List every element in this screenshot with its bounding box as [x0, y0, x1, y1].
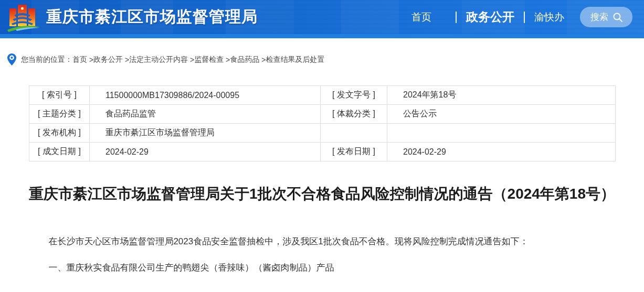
nav-divider	[456, 12, 457, 23]
breadcrumb-separator: >	[123, 56, 129, 64]
meta-label-publish-date: [ 发布日期 ]	[321, 143, 387, 161]
meta-label-genre-category: [ 体裁分类 ]	[321, 105, 387, 124]
meta-value-subject-category: 食品药品监管	[90, 105, 321, 124]
nav-divider	[524, 12, 525, 23]
site-title: 重庆市綦江区市场监督管理局	[46, 6, 258, 28]
breadcrumb-prefix: 您当前的位置：	[21, 55, 72, 64]
nav-gov-disclosure[interactable]: 政务公开	[466, 9, 514, 25]
breadcrumb-separator: >	[87, 56, 93, 64]
meta-label-empty	[321, 124, 387, 143]
article-body: 在长沙市天心区市场监督管理局2023食品安全监督抽检中，涉及我区1批次食品不合格…	[29, 235, 615, 275]
meta-label-issuing-agency: [ 发布机构 ]	[29, 124, 90, 143]
nav-yukuaiban[interactable]: 渝快办	[534, 10, 564, 24]
breadcrumb-separator: >	[224, 56, 230, 64]
breadcrumb-separator: >	[259, 56, 266, 64]
paragraph-intro: 在长沙市天心区市场监督管理局2023食品安全监督抽检中，涉及我区1批次食品不合格…	[29, 235, 615, 248]
document-title: 重庆市綦江区市场监督管理局关于1批次不合格食品风险控制情况的通告（2024年第1…	[28, 183, 616, 204]
paragraph-item-1: 一、重庆秋实食品有限公司生产的鸭翅尖（香辣味）（酱卤肉制品）产品	[29, 261, 615, 275]
meta-row-issuing-agency: [ 发布机构 ] 重庆市綦江区市场监督管理局	[29, 124, 616, 143]
document-meta-table: [ 索引号 ] 11500000MB17309886/2024-00095 [ …	[29, 85, 616, 161]
breadcrumb-item-supervision-check[interactable]: 监督检查	[194, 55, 224, 64]
emblem-icon	[7, 4, 41, 33]
header-accent-strip	[0, 34, 644, 38]
nav-home[interactable]: 首页	[411, 10, 431, 24]
meta-value-issuing-agency: 重庆市綦江区市场监督管理局	[90, 124, 321, 143]
meta-value-written-date: 2024-02-29	[90, 143, 321, 161]
meta-label-doc-number: [ 发文字号 ]	[321, 86, 387, 105]
main-nav: 首页 政务公开 渝快办 搜索	[411, 0, 632, 34]
meta-row-subject-category: [ 主题分类 ] 食品药品监管 [ 体裁分类 ] 公告公示	[29, 105, 616, 124]
search-button[interactable]: 搜索	[580, 7, 632, 27]
breadcrumb-item-statutory-disclosure[interactable]: 法定主动公开内容	[129, 55, 188, 64]
breadcrumb: 您当前的位置： 首页 > 政务公开 > 法定主动公开内容 > 监督检查 > 食品…	[0, 53, 644, 66]
meta-row-index-number: [ 索引号 ] 11500000MB17309886/2024-00095 [ …	[29, 86, 616, 105]
meta-value-index-number: 11500000MB17309886/2024-00095	[90, 86, 321, 105]
breadcrumb-item-gov-disclosure[interactable]: 政务公开	[93, 55, 123, 64]
site-header: 重庆市綦江区市场监督管理局 首页 政务公开 渝快办 搜索	[0, 0, 644, 34]
site-logo[interactable]	[7, 4, 41, 33]
meta-value-publish-date: 2024-02-29	[387, 143, 616, 161]
meta-value-doc-number: 2024年第18号	[387, 86, 616, 105]
breadcrumb-item-food-drug[interactable]: 食品药品	[230, 55, 259, 64]
meta-value-genre-category: 公告公示	[387, 105, 616, 124]
breadcrumb-item-home[interactable]: 首页	[72, 55, 87, 64]
meta-label-written-date: [ 成文日期 ]	[29, 143, 90, 161]
meta-row-dates: [ 成文日期 ] 2024-02-29 [ 发布日期 ] 2024-02-29	[29, 143, 616, 161]
meta-label-subject-category: [ 主题分类 ]	[29, 105, 90, 124]
search-icon	[613, 12, 623, 23]
breadcrumb-separator: >	[188, 56, 194, 64]
page: 重庆市綦江区市场监督管理局 首页 政务公开 渝快办 搜索 您当前的位置： 首页	[0, 0, 644, 275]
breadcrumb-item-check-results[interactable]: 检查结果及后处置	[266, 55, 324, 64]
meta-label-index-number: [ 索引号 ]	[29, 86, 90, 105]
location-pin-icon	[7, 53, 16, 66]
search-button-label: 搜索	[590, 11, 608, 23]
meta-value-empty	[387, 124, 616, 143]
